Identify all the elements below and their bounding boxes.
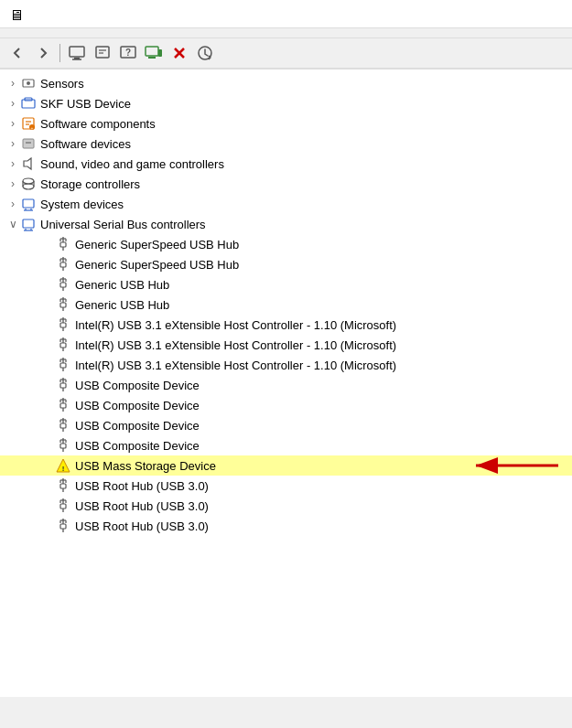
- label-system: System devices: [40, 198, 124, 211]
- tree-item-usb-5[interactable]: Intel(R) USB 3.1 eXtensible Host Control…: [0, 315, 572, 335]
- icon-software-components: +: [20, 115, 37, 132]
- svg-rect-3: [96, 47, 109, 58]
- tree-wrapper: ›Sensors›SKF USB Device›+Software compon…: [0, 70, 572, 697]
- tree-item-usb-9[interactable]: USB Composite Device: [0, 395, 572, 415]
- svg-rect-132: [60, 524, 66, 529]
- expander-skf[interactable]: ›: [5, 96, 20, 111]
- label-usb-controllers: Universal Serial Bus controllers: [40, 218, 206, 231]
- tree-item-usb-3[interactable]: Generic USB Hub: [0, 274, 572, 294]
- expander-storage[interactable]: ›: [5, 177, 20, 191]
- label-usb-2: Generic SuperSpeed USB Hub: [75, 258, 239, 272]
- tree-item-usb-10[interactable]: USB Composite Device: [0, 415, 572, 435]
- icon-usb-root-2: [55, 498, 71, 514]
- icon-usb-root-1: [55, 477, 71, 494]
- back-button[interactable]: [5, 42, 29, 64]
- svg-rect-34: [23, 219, 34, 228]
- tree-item-sensors[interactable]: ›Sensors: [0, 73, 572, 93]
- tree-item-system[interactable]: ›System devices: [0, 194, 572, 214]
- label-skf: SKF USB Device: [40, 97, 131, 111]
- svg-rect-95: [60, 403, 66, 408]
- svg-rect-67: [60, 323, 66, 327]
- tree-item-usb-controllers[interactable]: ∨Universal Serial Bus controllers: [0, 214, 572, 234]
- icon-usb-1: [55, 236, 71, 252]
- icon-storage: [20, 176, 37, 192]
- tree-item-storage[interactable]: ›Storage controllers: [0, 174, 572, 194]
- tree-item-usb-2[interactable]: Generic SuperSpeed USB Hub: [0, 254, 572, 274]
- menu-file[interactable]: [5, 31, 20, 35]
- label-usb-root-3: USB Root Hub (USB 3.0): [75, 519, 209, 533]
- menu-bar: [0, 28, 572, 38]
- label-sensors: Sensors: [40, 77, 84, 91]
- app-icon: 🖥: [9, 7, 24, 24]
- icon-usb-8: [55, 377, 71, 393]
- svg-rect-74: [60, 343, 66, 348]
- expander-system[interactable]: ›: [5, 197, 20, 211]
- icon-software-devices: [20, 135, 37, 152]
- label-usb-6: Intel(R) USB 3.1 eXtensible Host Control…: [75, 338, 396, 352]
- tree-item-usb-mass[interactable]: ! USB Mass Storage Device: [0, 455, 572, 476]
- icon-system: [20, 196, 37, 212]
- svg-rect-0: [70, 47, 84, 57]
- label-usb-1: Generic SuperSpeed USB Hub: [75, 238, 239, 252]
- forward-button[interactable]: [31, 42, 55, 64]
- expander-software-components[interactable]: ›: [5, 116, 20, 131]
- icon-usb-mass: !: [55, 457, 71, 474]
- label-software-devices: Software devices: [40, 137, 131, 151]
- svg-rect-60: [60, 303, 66, 307]
- label-software-components: Software components: [40, 117, 156, 131]
- icon-usb-7: [55, 357, 71, 373]
- remove-button[interactable]: [167, 42, 191, 64]
- label-usb-7: Intel(R) USB 3.1 eXtensible Host Control…: [75, 359, 396, 372]
- icon-usb-root-3: [55, 518, 71, 534]
- svg-marker-25: [24, 158, 31, 169]
- tree-item-usb-root-1[interactable]: USB Root Hub (USB 3.0): [0, 476, 572, 496]
- tree-item-usb-4[interactable]: Generic USB Hub: [0, 294, 572, 315]
- expander-sensors[interactable]: ›: [5, 76, 20, 91]
- toolbar: ?: [0, 38, 572, 70]
- svg-rect-30: [23, 199, 34, 208]
- menu-action[interactable]: [22, 31, 37, 35]
- icon-usb-9: [55, 397, 71, 413]
- label-usb-root-1: USB Root Hub (USB 3.0): [75, 479, 209, 493]
- tree-item-usb-11[interactable]: USB Composite Device: [0, 435, 572, 455]
- label-storage: Storage controllers: [40, 177, 140, 191]
- display-button[interactable]: [142, 42, 166, 64]
- svg-rect-23: [23, 139, 34, 148]
- svg-rect-8: [146, 47, 158, 56]
- tree-container[interactable]: ›Sensors›SKF USB Device›+Software compon…: [0, 70, 572, 697]
- svg-text:?: ?: [125, 48, 131, 58]
- expander-sound[interactable]: ›: [5, 156, 20, 171]
- menu-help[interactable]: [55, 31, 70, 35]
- tree-item-usb-7[interactable]: Intel(R) USB 3.1 eXtensible Host Control…: [0, 355, 572, 375]
- tree-item-skf[interactable]: ›SKF USB Device: [0, 93, 572, 113]
- tree-item-sound[interactable]: ›Sound, video and game controllers: [0, 154, 572, 174]
- label-usb-8: USB Composite Device: [75, 379, 200, 392]
- tree-item-usb-1[interactable]: Generic SuperSpeed USB Hub: [0, 234, 572, 254]
- properties-button[interactable]: [65, 42, 89, 64]
- update-driver-button[interactable]: [91, 42, 114, 64]
- svg-point-15: [27, 81, 30, 85]
- icon-usb-11: [55, 437, 71, 454]
- icon-usb-10: [55, 417, 71, 434]
- label-usb-10: USB Composite Device: [75, 419, 200, 433]
- expander-usb-controllers[interactable]: ∨: [5, 217, 20, 231]
- tree-item-software-components[interactable]: ›+Software components: [0, 113, 572, 134]
- expander-software-devices[interactable]: ›: [5, 136, 20, 151]
- help-button[interactable]: ?: [116, 42, 140, 64]
- icon-usb-3: [55, 276, 71, 293]
- svg-rect-125: [60, 504, 66, 509]
- tree-item-usb-root-3[interactable]: USB Root Hub (USB 3.0): [0, 516, 572, 536]
- icon-usb-5: [55, 316, 71, 333]
- tree-item-usb-root-2[interactable]: USB Root Hub (USB 3.0): [0, 496, 572, 516]
- svg-rect-109: [60, 444, 66, 448]
- label-usb-4: Generic USB Hub: [75, 298, 169, 312]
- tree-item-usb-8[interactable]: USB Composite Device: [0, 375, 572, 395]
- scan-button[interactable]: [193, 42, 217, 64]
- tree-item-software-devices[interactable]: ›Software devices: [0, 134, 572, 154]
- label-usb-9: USB Composite Device: [75, 399, 200, 412]
- label-usb-mass: USB Mass Storage Device: [75, 459, 216, 473]
- label-usb-root-2: USB Root Hub (USB 3.0): [75, 499, 209, 513]
- menu-view[interactable]: [38, 31, 53, 35]
- tree-item-usb-6[interactable]: Intel(R) USB 3.1 eXtensible Host Control…: [0, 335, 572, 355]
- svg-rect-81: [60, 363, 66, 368]
